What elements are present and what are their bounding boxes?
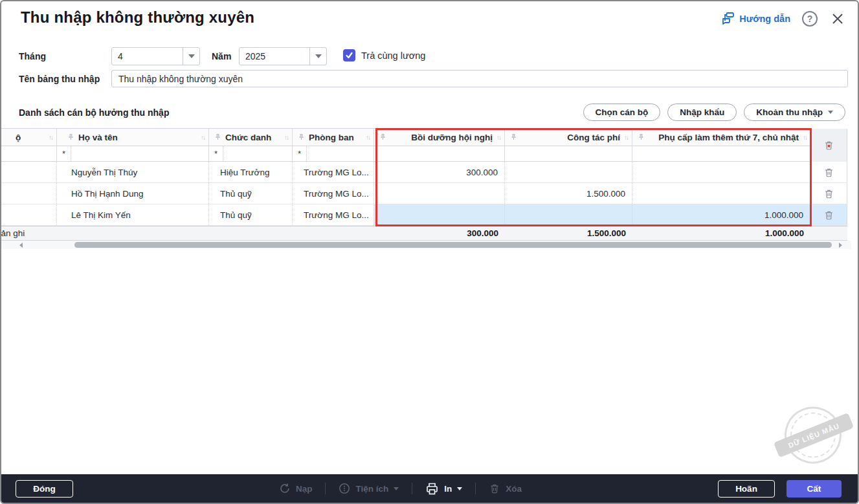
filter-star[interactable]: * [293,146,307,161]
cell-code[interactable] [1,162,57,182]
table-name-label: Tên bảng thu nhập [19,74,100,84]
column-header-weekend-overtime[interactable]: Phụ cấp làm thêm thứ 7, chủ nhật↑↓ [632,129,810,146]
print-button[interactable]: In [425,482,462,496]
column-header-code[interactable]: ộ↑↓ [1,129,57,146]
trash-icon [823,188,834,199]
guide-link[interactable]: Hướng dẫn [722,12,790,27]
travel-total: 1.500.000 [505,228,632,238]
sample-data-watermark: DỮ LIỆU MẪU [771,395,857,479]
delete-row-button[interactable] [810,183,847,204]
cell-conference-allowance[interactable] [374,204,505,225]
pin-icon[interactable] [298,133,305,141]
filter-cell-job-title[interactable]: * [209,146,293,161]
reload-button[interactable]: Nạp [279,483,313,494]
footer-right-actions: Hoãn Cất [718,480,842,498]
scroll-right-arrow[interactable] [839,243,842,248]
sort-icon[interactable]: ↑↓ [366,134,370,141]
cell-weekend-overtime[interactable] [632,183,810,204]
pin-icon[interactable] [638,133,645,141]
table-row[interactable]: Hồ Thị Hạnh Dung Thủ quỹ Trường MG Lo...… [1,183,847,204]
column-header-travel-expense[interactable]: Công tác phí↑↓ [505,129,632,146]
sort-icon[interactable]: ↑↓ [496,134,500,141]
divider [412,483,412,494]
check-icon [345,51,353,60]
table-row-selected[interactable]: Lê Thị Kim Yến Thủ quỹ Trường MG Lo... 1… [1,204,847,226]
clear-filter-button[interactable] [810,129,847,162]
close-icon[interactable] [829,10,846,27]
cell-name[interactable]: Hồ Thị Hạnh Dung [57,183,209,204]
cell-travel-expense[interactable] [505,162,632,182]
reload-label: Nạp [296,484,313,494]
cell-job-title[interactable]: Thủ quỹ [209,204,293,225]
cell-name[interactable]: Lê Thị Kim Yến [57,204,209,225]
cell-travel-expense[interactable]: 1.500.000 [505,183,632,204]
cell-department[interactable]: Trường MG Lo... [293,183,374,204]
filter-star[interactable]: * [57,146,71,161]
scroll-left-arrow[interactable] [19,243,23,248]
cell-weekend-overtime[interactable] [632,162,810,182]
weekend-total: 1.000.000 [632,228,810,238]
utilities-button[interactable]: Tiện ích [339,483,399,494]
table-name-input[interactable]: Thu nhập không thường xuyên [111,70,848,87]
column-header-name[interactable]: Họ và tên↑↓ [57,129,209,146]
delete-button[interactable]: Xóa [489,483,522,494]
pay-with-salary-label[interactable]: Trả cùng lương [361,50,425,61]
cell-conference-allowance[interactable]: 300.000 [374,162,505,182]
table-summary-row: bản ghi 300.000 1.500.000 1.000.000 [1,226,847,241]
column-header-conference-allowance[interactable]: Bồi dưỡng hội nghị↑↓ [374,129,505,146]
cell-department[interactable]: Trường MG Lo... [293,162,374,182]
cell-job-title[interactable]: Hiệu Trưởng [209,162,293,182]
cell-department[interactable]: Trường MG Lo... [293,204,374,225]
table-filter-row: * * * [1,146,810,162]
cell-conference-allowance[interactable] [374,183,505,204]
column-label: Họ và tên [78,133,118,142]
column-header-department[interactable]: Phòng ban↑↓ [293,129,374,146]
column-header-job-title[interactable]: Chức danh↑↓ [209,129,293,146]
scrollbar-thumb[interactable] [74,242,832,248]
month-dropdown-button[interactable] [183,48,199,65]
year-dropdown-button[interactable] [309,48,326,65]
month-value: 4 [112,51,183,61]
year-select[interactable]: 2025 [239,47,327,65]
filter-cell-department[interactable]: * [293,146,374,161]
pay-with-salary-checkbox[interactable] [343,49,355,61]
sort-icon[interactable]: ↑↓ [49,134,52,141]
pin-icon[interactable] [67,133,74,141]
cell-code[interactable] [1,183,57,204]
cell-weekend-overtime[interactable]: 1.000.000 [632,204,810,225]
cell-job-title[interactable]: Thủ quỹ [209,183,293,204]
income-items-button[interactable]: Khoản thu nhập [744,104,845,121]
cell-name[interactable]: Nguyễn Thị Thúy [57,162,209,182]
guide-icon [722,12,735,27]
sort-icon[interactable]: ↑↓ [803,134,807,141]
divider [475,483,476,494]
sort-icon[interactable]: ↑↓ [624,134,628,141]
sort-icon[interactable]: ↑↓ [201,134,205,141]
list-section-buttons: Chọn cán bộ Nhập khẩu Khoản thu nhập [583,104,846,121]
pin-icon[interactable] [214,133,221,141]
cell-code[interactable] [1,204,57,225]
guide-label: Hướng dẫn [739,14,790,24]
filter-cell-travel[interactable] [505,146,632,161]
table-header-row: ộ↑↓ Họ và tên↑↓ Chức danh↑↓ Phòng ban↑↓ … [1,128,810,146]
delete-row-button[interactable] [810,204,847,225]
help-icon[interactable]: ? [802,11,818,27]
postpone-button[interactable]: Hoãn [718,480,775,498]
filter-cell-code[interactable] [1,146,57,161]
month-select[interactable]: 4 [111,47,200,65]
delete-label: Xóa [506,484,522,494]
filter-cell-weekend[interactable] [632,146,810,161]
filter-star[interactable]: * [209,146,223,161]
pin-icon[interactable] [379,133,386,141]
cell-travel-expense[interactable] [505,204,632,225]
sort-icon[interactable]: ↑↓ [284,134,288,141]
horizontal-scrollbar[interactable] [1,241,851,249]
save-button[interactable]: Cất [786,480,842,498]
select-staff-button[interactable]: Chọn cán bộ [583,104,661,121]
filter-cell-conference[interactable] [374,146,505,161]
pin-icon[interactable] [510,133,517,141]
filter-cell-name[interactable]: * [57,146,209,161]
table-row[interactable]: Nguyễn Thị Thúy Hiệu Trưởng Trường MG Lo… [1,162,847,183]
import-button[interactable]: Nhập khẩu [667,104,737,121]
delete-row-button[interactable] [810,162,847,182]
